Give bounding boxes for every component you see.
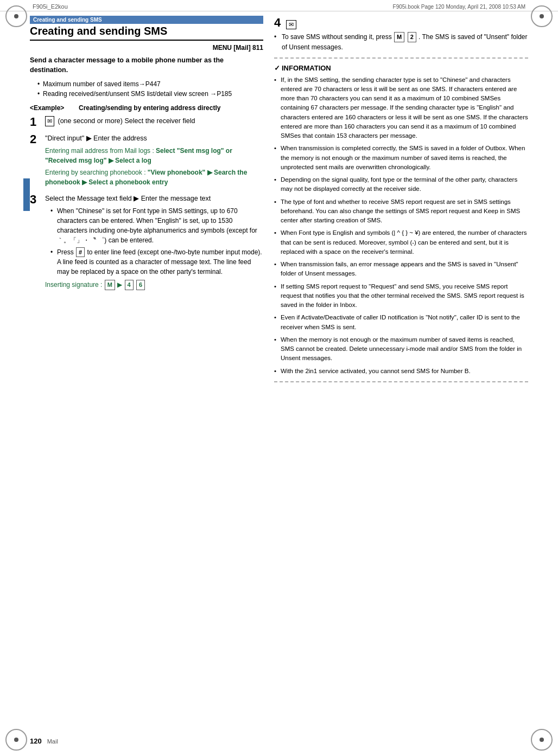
sig-label: Inserting signature : [45, 281, 102, 289]
info-bullet-9: With the 2in1 service activated, you can… [274, 367, 528, 376]
page-number: 120 [30, 737, 42, 745]
step-2-main: "Direct input" ▶ Enter the address [45, 133, 263, 144]
footer-label: Mail [47, 738, 58, 745]
corner-decoration-tr [531, 5, 553, 27]
step-2: 2 "Direct input" ▶ Enter the address Ent… [30, 133, 263, 188]
info-bullet-5: When transmission fails, an error messag… [274, 260, 528, 279]
info-bullet-3: The type of font and whether to receive … [274, 197, 528, 226]
step-4-bullet: To save SMS without sending it, press M … [274, 32, 528, 52]
step-1-content: ✉ (one second or more) Select the receiv… [45, 116, 263, 126]
left-column: Creating and sending SMS Creating and se… [30, 16, 263, 388]
step-3-number: 3 [30, 194, 45, 206]
example-title: Creating/sending by entering address dir… [79, 104, 220, 112]
step-4-area: 4 ✉ To save SMS without sending it, pres… [274, 16, 528, 52]
substep-mail-label: Entering mail address from Mail logs : [45, 147, 154, 155]
dashed-separator-1 [274, 57, 528, 59]
step-3-bullet-1: When "Chinese" is set for Font type in S… [50, 206, 263, 245]
step-3: 3 Select the Message text field ▶ Enter … [30, 194, 263, 290]
corner-decoration-br [531, 729, 553, 751]
info-bullet-0: If, in the SMS setting, the sending char… [274, 75, 528, 141]
step-1-icon: ✉ [45, 116, 54, 126]
key-6: 6 [136, 280, 145, 290]
content-area: Creating and sending SMS Creating and se… [0, 16, 558, 388]
arrow-icon: ▶ [117, 281, 122, 289]
info-bullet-2: Depending on the signal quality, font ty… [274, 175, 528, 194]
intro-text: Send a character message to a mobile pho… [30, 56, 263, 75]
corner-decoration-tl [5, 5, 27, 27]
step-3-content: Select the Message text field ▶ Enter th… [45, 194, 263, 290]
example-label: <Example> [30, 104, 79, 112]
intro-bullets: Maximum number of saved items→P447 Readi… [37, 79, 263, 99]
dashed-separator-2 [274, 381, 528, 382]
step-2-number: 2 [30, 133, 45, 145]
key-m2: M [394, 32, 404, 42]
section-header-bar: Creating and sending SMS [30, 16, 263, 24]
info-bullet-4: When Font type is English and symbols (|… [274, 228, 528, 257]
step-1-number: 1 [30, 116, 45, 128]
step-4-icon: ✉ [286, 20, 296, 29]
info-bullet-7: Even if Activate/Deactivate of caller ID… [274, 313, 528, 332]
substep-mail-logs: Entering mail address from Mail logs : S… [45, 146, 263, 165]
step-2-content: "Direct input" ▶ Enter the address Enter… [45, 133, 263, 188]
page: F905i_E2kou F905i.book Page 120 Monday, … [0, 0, 558, 756]
filename-label: F905i_E2kou [33, 3, 68, 10]
example-header: <Example> Creating/sending by entering a… [30, 104, 263, 112]
info-bullet-1: When transmission is completed correctly… [274, 144, 528, 172]
step-3-main: Select the Message text field ▶ Enter th… [45, 194, 263, 204]
step-1: 1 ✉ (one second or more) Select the rece… [30, 116, 263, 128]
step-3-bullets: When "Chinese" is set for Font type in S… [50, 206, 263, 277]
substep-phonebook-label: Entering by searching phonebook : [45, 169, 145, 176]
bullet-item: Maximum number of saved items→P447 [37, 79, 263, 89]
book-info-label: F905i.book Page 120 Monday, April 21, 20… [393, 4, 525, 10]
section-tab [23, 178, 30, 211]
menu-reference: MENU [Mail] 811 [30, 44, 263, 52]
key-4: 4 [125, 280, 134, 290]
step-1-text: (one second or more) Select the receiver… [58, 117, 195, 125]
section-title: Creating and sending SMS [30, 25, 263, 41]
key-m: M [105, 280, 115, 290]
header-bar: F905i_E2kou F905i.book Page 120 Monday, … [0, 0, 558, 11]
info-bullet-8: When the memory is not enough or the max… [274, 335, 528, 363]
step-4-number: 4 [274, 16, 281, 30]
key-hash: # [76, 247, 85, 258]
footer-area: 120 Mail [30, 737, 528, 745]
bullet-item: Reading received/sent/unsent SMS list/de… [37, 89, 263, 99]
step-3-bullet-2: Press # to enter line feed (except one-/… [50, 247, 263, 277]
info-bullet-6: If setting SMS report request to "Reques… [274, 282, 528, 310]
right-column: 4 ✉ To save SMS without sending it, pres… [274, 16, 528, 388]
information-bullets: If, in the SMS setting, the sending char… [274, 75, 528, 376]
substep-phonebook: Entering by searching phonebook : "View … [45, 168, 263, 187]
key-2: 2 [408, 32, 416, 42]
signature-line: Inserting signature : M ▶ 4 6 [45, 280, 263, 290]
information-header: INFORMATION [274, 64, 528, 72]
corner-decoration-bl [5, 729, 27, 751]
